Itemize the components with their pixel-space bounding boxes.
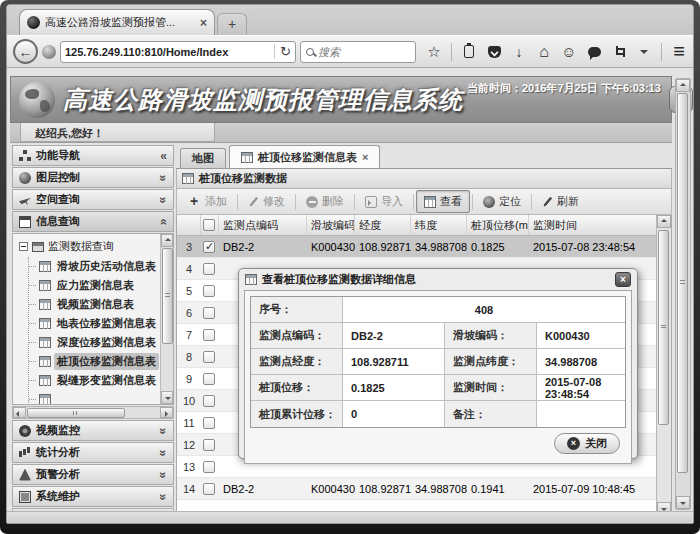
edit-button[interactable]: 修改: [240, 190, 293, 213]
import-button[interactable]: 导入: [357, 190, 411, 213]
checkbox[interactable]: [203, 483, 215, 495]
sidebar-item-video-monitor[interactable]: 视频监控: [12, 420, 174, 441]
checkbox[interactable]: [203, 329, 215, 341]
table-row[interactable]: 14DB2-2K000430108.92871134.9887080.19412…: [177, 478, 656, 500]
table-row[interactable]: 3DB2-2K000430108.92871134.9887080.182520…: [177, 236, 656, 258]
browser-tab[interactable]: 高速公路滑坡监测预报管... ×: [19, 9, 215, 35]
column-header[interactable]: 监测时间: [529, 215, 659, 235]
row-number: 14: [177, 483, 201, 495]
tree-item[interactable]: 滑坡历史活动信息表: [29, 257, 157, 276]
tree-scroll-thumb[interactable]: [162, 248, 173, 344]
table-icon: [39, 299, 51, 310]
tab-pile-displacement-table[interactable]: 桩顶位移监测信息表: [229, 145, 380, 168]
search-input[interactable]: [318, 46, 410, 58]
tree-item[interactable]: 视频监测信息表: [29, 295, 157, 314]
page-scroll-thumb[interactable]: [677, 93, 688, 473]
tab-close-icon[interactable]: ×: [200, 16, 207, 30]
download-icon[interactable]: [511, 44, 527, 60]
tree-scrollbar[interactable]: [160, 234, 173, 404]
tree-hscroll-thumb[interactable]: [27, 408, 125, 418]
locate-button[interactable]: 定位: [475, 190, 529, 213]
dialog-field-value: 0.1825: [343, 375, 445, 400]
tree-item[interactable]: 应力监测信息表: [29, 276, 157, 295]
sidebar-item-warning-analysis[interactable]: 预警分析: [12, 464, 174, 485]
dialog-field-value: K000430: [537, 323, 625, 348]
dialog-field-label: 监测时间：: [445, 375, 537, 400]
column-header[interactable]: 桩顶位移(mm): [467, 215, 529, 235]
checkbox[interactable]: [203, 351, 215, 363]
column-header[interactable]: 滑坡编码: [307, 215, 355, 235]
tree-root[interactable]: 监测数据查询: [19, 239, 157, 254]
reload-icon[interactable]: [274, 44, 291, 59]
checkbox[interactable]: [203, 373, 215, 385]
sidebar-item-system-maintenance[interactable]: 系统维护: [12, 486, 174, 507]
sidebar-item-info-query[interactable]: 信息查询: [12, 211, 174, 232]
tab-map[interactable]: 地图: [180, 148, 226, 168]
checkbox[interactable]: [203, 285, 215, 297]
search-bar[interactable]: [300, 41, 416, 63]
sidebar-nav-header[interactable]: 功能导航: [12, 145, 174, 166]
tree-item-clipped[interactable]: [29, 390, 157, 405]
checkbox-checked[interactable]: [203, 241, 215, 253]
tree-item[interactable]: 地表位移监测信息表: [29, 314, 157, 333]
sidebar-item-layer-control[interactable]: 图层控制: [12, 167, 174, 188]
scroll-left-icon[interactable]: [13, 407, 26, 418]
chevron-down-icon[interactable]: [157, 449, 171, 456]
tree-collapse-icon[interactable]: [19, 242, 28, 251]
row-checkbox-cell: [201, 285, 219, 297]
grid-scroll-thumb[interactable]: [658, 230, 669, 425]
crop-icon[interactable]: [611, 44, 627, 60]
column-header[interactable]: 监测点编码: [219, 215, 307, 235]
dropdown-caret-icon[interactable]: [636, 44, 652, 60]
scroll-up-icon[interactable]: [161, 234, 173, 247]
checkbox[interactable]: [203, 461, 215, 473]
dialog-field-value: [537, 401, 625, 427]
chevron-down-icon[interactable]: [157, 493, 171, 500]
grid-scrollbar[interactable]: [656, 215, 671, 515]
tree-hscrollbar[interactable]: [12, 406, 174, 419]
chevron-down-icon[interactable]: [157, 174, 171, 181]
close-button[interactable]: 关闭: [554, 433, 620, 454]
scroll-down-icon[interactable]: [161, 391, 173, 404]
menu-icon[interactable]: [671, 44, 687, 60]
chevron-down-icon[interactable]: [157, 471, 171, 478]
select-all-checkbox[interactable]: [203, 219, 215, 231]
pocket-icon[interactable]: [486, 44, 502, 60]
chevron-up-icon[interactable]: [157, 218, 171, 225]
back-button[interactable]: [13, 39, 38, 64]
chevron-down-icon[interactable]: [157, 196, 171, 203]
url-input[interactable]: [65, 46, 270, 58]
checkbox[interactable]: [203, 395, 215, 407]
refresh-button[interactable]: 刷新: [534, 190, 587, 213]
new-tab-button[interactable]: [217, 13, 247, 35]
delete-button[interactable]: 删除: [298, 190, 352, 213]
checkbox[interactable]: [203, 417, 215, 429]
tree-item[interactable]: 桩顶位移监测信息表: [29, 352, 157, 371]
column-header[interactable]: 纬度: [411, 215, 467, 235]
home-icon[interactable]: [536, 44, 552, 60]
scroll-right-icon[interactable]: [160, 407, 173, 418]
scroll-up-icon[interactable]: [657, 215, 671, 228]
checkbox[interactable]: [203, 307, 215, 319]
collapse-left-icon[interactable]: [160, 149, 167, 163]
view-button[interactable]: 查看: [416, 190, 470, 213]
add-button[interactable]: 添加: [181, 190, 235, 213]
tree-item[interactable]: 深度位移监测信息表: [29, 333, 157, 352]
chat-icon[interactable]: [586, 44, 602, 60]
checkbox[interactable]: [203, 439, 215, 451]
scroll-up-icon[interactable]: [676, 79, 690, 92]
tab-close-icon[interactable]: [362, 151, 368, 163]
smiley-icon[interactable]: [561, 44, 577, 60]
url-bar[interactable]: [60, 41, 296, 63]
column-header[interactable]: 经度: [355, 215, 411, 235]
chevron-down-icon[interactable]: [157, 427, 171, 434]
bookmark-star-icon[interactable]: [426, 44, 442, 60]
clipboard-icon[interactable]: [461, 44, 477, 60]
scroll-down-icon[interactable]: [676, 496, 690, 509]
sidebar-item-statistics[interactable]: 统计分析: [12, 442, 174, 463]
sidebar-item-spatial-query[interactable]: 空间查询: [12, 189, 174, 210]
page-scrollbar[interactable]: [675, 78, 691, 510]
checkbox[interactable]: [203, 263, 215, 275]
tree-item[interactable]: 裂缝形变监测信息表: [29, 371, 157, 390]
dialog-close-icon[interactable]: [615, 272, 631, 287]
